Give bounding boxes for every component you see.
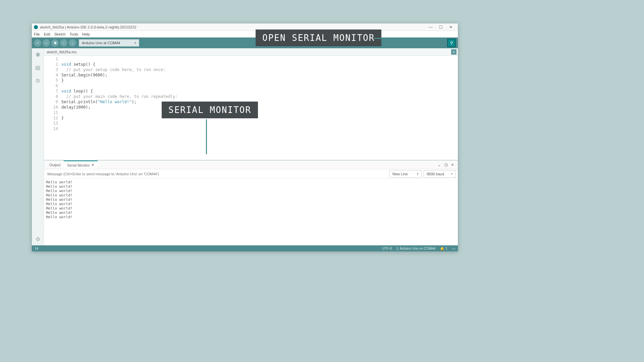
menu-sketch[interactable]: Sketch xyxy=(54,32,66,36)
boards-icon[interactable]: ▤ xyxy=(34,64,42,71)
menubar: File Edit Sketch Tools Help xyxy=(32,31,458,38)
open-serial-monitor-button[interactable]: ⚲ xyxy=(447,39,456,47)
serial-output[interactable]: Hello world! Hello world! Hello world! H… xyxy=(44,179,458,245)
code-editor[interactable]: 1234567891011121314 void setup() { // pu… xyxy=(44,56,458,160)
window-title: sketch_feb25a | Arduino IDE 2.0.0-beta.2… xyxy=(40,25,426,29)
sidebar: ◉ ▤ ⧉ ⚙ xyxy=(32,48,44,245)
upload-button[interactable]: → xyxy=(43,39,50,47)
app-icon xyxy=(34,25,38,29)
status-panel-icon[interactable]: ▭ xyxy=(452,247,455,250)
editor-area: sketch_feb25a.ino ▾ 1234567891011121314 … xyxy=(44,48,458,245)
toolbar: ✓ → ✱ ↑ ↓ Arduino Uno at COM44 ▾ ⚲ xyxy=(32,38,458,48)
app-window: sketch_feb25a | Arduino IDE 2.0.0-beta.2… xyxy=(32,23,458,251)
status-notifications[interactable]: 🔔 1 xyxy=(440,247,447,250)
status-encoding: UTF-8 xyxy=(382,247,391,250)
tab-more-button[interactable]: ▾ xyxy=(451,49,457,55)
tab-serial-monitor[interactable]: Serial Monitor ✕ xyxy=(64,161,98,169)
editor-tabs: sketch_feb25a.ino ▾ xyxy=(44,48,458,56)
chevron-down-icon: ▾ xyxy=(451,172,453,176)
annotation-line-horizontal xyxy=(374,38,446,39)
body-row: ◉ ▤ ⧉ ⚙ sketch_feb25a.ino ▾ 123456789101… xyxy=(32,48,458,245)
clear-output-icon[interactable]: ≡ xyxy=(449,162,456,167)
chevron-down-icon: ▾ xyxy=(417,172,419,176)
menu-help[interactable]: Help xyxy=(82,32,90,36)
tab-output[interactable]: Output xyxy=(46,161,64,169)
board-selector-label: Arduino Uno at COM44 xyxy=(82,41,120,45)
menu-edit[interactable]: Edit xyxy=(44,32,50,36)
line-ending-select[interactable]: New Line ▾ xyxy=(389,170,422,178)
debug-button[interactable]: ✱ xyxy=(51,39,59,47)
code-content[interactable]: void setup() { // put your setup code he… xyxy=(61,56,458,160)
arrow-up-icon[interactable]: ↑ xyxy=(60,39,67,47)
minimize-button[interactable]: — xyxy=(426,25,436,29)
verify-button[interactable]: ✓ xyxy=(34,39,41,47)
editor-tab-name[interactable]: sketch_feb25a.ino xyxy=(47,50,76,54)
line-ending-label: New Line xyxy=(392,172,408,176)
code-gutter: 1234567891011121314 xyxy=(44,56,61,160)
menu-tools[interactable]: Tools xyxy=(69,32,78,36)
statusbar: 14 UTF-8 ▯ Arduino Uno on COM44 🔔 1 ▭ xyxy=(32,245,458,251)
arrow-down-icon[interactable]: ↓ xyxy=(69,39,76,47)
bottom-panel: Output Serial Monitor ✕ ⌄ ◷ ≡ New Line ▾ xyxy=(44,160,458,245)
sketchbook-icon[interactable]: ◉ xyxy=(34,50,42,58)
annotation-open-serial: OPEN SERIAL MONITOR xyxy=(256,29,381,46)
chevron-down-icon: ▾ xyxy=(135,41,136,45)
expand-icon[interactable]: ⌄ xyxy=(436,162,442,167)
titlebar: sketch_feb25a | Arduino IDE 2.0.0-beta.2… xyxy=(32,23,458,31)
chip-icon: ▯ xyxy=(396,247,398,250)
status-line-number: 14 xyxy=(35,247,38,250)
gear-icon[interactable]: ⚙ xyxy=(34,235,42,243)
maximize-button[interactable]: ☐ xyxy=(436,25,446,29)
close-button[interactable]: ✕ xyxy=(446,25,456,29)
baud-rate-select[interactable]: 9600 baud ▾ xyxy=(424,170,456,178)
bell-icon: 🔔 xyxy=(440,247,444,250)
panel-tabs: Output Serial Monitor ✕ ⌄ ◷ ≡ xyxy=(44,161,458,169)
menu-file[interactable]: File xyxy=(34,32,40,36)
status-board: ▯ Arduino Uno on COM44 xyxy=(396,247,436,250)
baud-rate-label: 9600 baud xyxy=(427,172,444,176)
serial-message-input[interactable] xyxy=(46,170,387,178)
serial-input-row: New Line ▾ 9600 baud ▾ xyxy=(44,169,458,179)
board-selector[interactable]: Arduino Uno at COM44 ▾ xyxy=(79,39,139,47)
library-icon[interactable]: ⧉ xyxy=(34,77,42,84)
close-icon[interactable]: ✕ xyxy=(91,163,94,167)
tab-serial-label: Serial Monitor xyxy=(67,163,90,167)
timestamp-icon[interactable]: ◷ xyxy=(442,162,449,167)
